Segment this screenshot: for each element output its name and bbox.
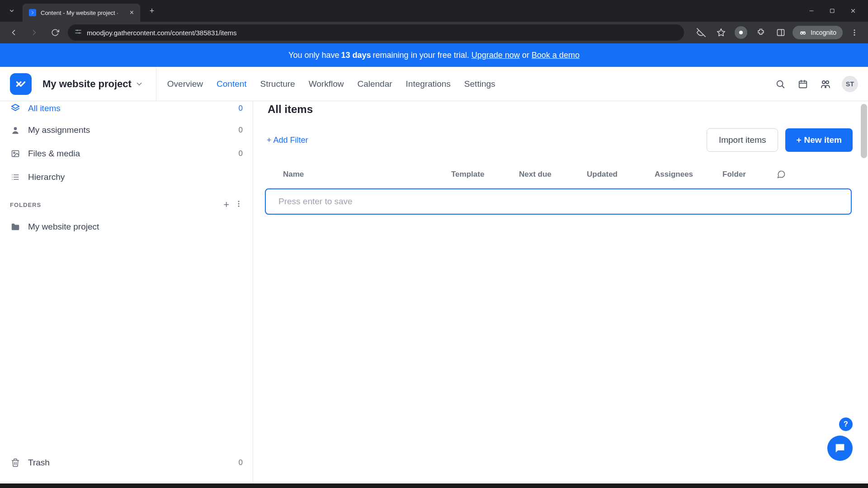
banner-days: 13 days: [341, 51, 371, 60]
os-taskbar: [0, 483, 868, 488]
bookmark-star-icon[interactable]: [713, 24, 729, 41]
add-filter-button[interactable]: + Add Filter: [267, 136, 308, 145]
svg-point-36: [238, 206, 240, 207]
address-bar[interactable]: moodjoy.gathercontent.com/content/385831…: [68, 24, 684, 41]
sidebar-item-files-media[interactable]: Files & media 0: [0, 142, 253, 165]
extensions-icon[interactable]: [753, 24, 769, 41]
svg-point-6: [76, 30, 78, 31]
gathercontent-favicon: [29, 9, 36, 16]
intercom-launcher[interactable]: [827, 436, 853, 461]
project-name: My website project: [42, 78, 132, 90]
tab-calendar[interactable]: Calendar: [357, 79, 392, 89]
new-item-name-input[interactable]: [272, 193, 844, 210]
svg-rect-19: [799, 81, 807, 88]
col-next-due[interactable]: Next due: [519, 170, 587, 181]
people-icon[interactable]: [819, 78, 832, 90]
new-item-button[interactable]: + New item: [785, 128, 853, 152]
project-switcher[interactable]: My website project: [42, 67, 156, 101]
col-assignees[interactable]: Assignees: [655, 170, 722, 181]
folder-icon: [10, 221, 21, 232]
sidebar-folders-header: FOLDERS +: [0, 189, 253, 215]
main-content: All items + Add Filter Import items + Ne…: [253, 101, 868, 488]
image-icon: [10, 148, 21, 159]
folders-more-icon[interactable]: [235, 200, 243, 210]
window-close-icon[interactable]: [843, 4, 863, 18]
new-item-row: [265, 188, 852, 215]
page-title: All items: [264, 101, 853, 123]
browser-toolbar: moodjoy.gathercontent.com/content/385831…: [0, 22, 868, 43]
tab-overview[interactable]: Overview: [167, 79, 203, 89]
app-logo[interactable]: [10, 73, 32, 95]
svg-point-7: [79, 33, 80, 34]
browser-menu-icon[interactable]: [846, 24, 863, 41]
sidebar-item-trash[interactable]: Trash 0: [0, 451, 253, 474]
app-header: My website project Overview Content Stru…: [0, 67, 868, 101]
tab-title: Content - My website project ·: [41, 9, 125, 16]
sidebar-item-label: My website project: [28, 222, 243, 232]
comments-icon[interactable]: [777, 170, 795, 181]
window-maximize-icon[interactable]: [822, 4, 843, 18]
svg-rect-10: [778, 29, 784, 35]
upgrade-now-link[interactable]: Upgrade now: [472, 51, 520, 60]
folders-title: FOLDERS: [10, 202, 223, 208]
user-avatar[interactable]: ST: [842, 76, 858, 92]
svg-marker-8: [717, 29, 725, 36]
svg-point-15: [854, 32, 855, 33]
svg-point-9: [740, 31, 743, 34]
col-folder[interactable]: Folder: [722, 170, 777, 181]
side-panel-icon[interactable]: [773, 24, 789, 41]
col-updated[interactable]: Updated: [587, 170, 655, 181]
incognito-indicator[interactable]: Incognito: [793, 26, 843, 39]
sidebar: All items 0 My assignments 0 Files & med…: [0, 101, 253, 488]
window-minimize-icon[interactable]: [801, 4, 822, 18]
scrollbar[interactable]: [861, 104, 867, 158]
help-widget: ?: [827, 418, 853, 461]
svg-point-13: [803, 32, 806, 34]
svg-point-24: [826, 81, 829, 84]
new-tab-button[interactable]: +: [146, 5, 158, 17]
nav-reload-button[interactable]: [47, 24, 63, 41]
hide-trackers-icon[interactable]: [693, 24, 709, 41]
sidebar-item-all-items[interactable]: All items 0: [0, 101, 253, 118]
add-folder-button[interactable]: +: [223, 199, 229, 211]
help-question-icon[interactable]: ?: [839, 418, 853, 431]
tab-structure[interactable]: Structure: [260, 79, 295, 89]
book-demo-link[interactable]: Book a demo: [532, 51, 580, 60]
person-icon: [10, 125, 21, 136]
content-toolbar: + Add Filter Import items + New item: [264, 123, 853, 162]
col-name[interactable]: Name: [270, 170, 451, 181]
tab-settings[interactable]: Settings: [464, 79, 495, 89]
tab-integrations[interactable]: Integrations: [406, 79, 451, 89]
calendar-icon[interactable]: [797, 78, 809, 90]
import-items-button[interactable]: Import items: [707, 128, 778, 152]
svg-point-23: [822, 81, 825, 84]
tab-content[interactable]: Content: [217, 79, 247, 89]
svg-point-16: [854, 34, 855, 36]
hierarchy-icon: [10, 172, 21, 183]
col-template[interactable]: Template: [451, 170, 519, 181]
sidebar-item-count: 0: [239, 126, 243, 135]
svg-point-25: [14, 127, 17, 130]
search-icon[interactable]: [774, 78, 787, 90]
svg-rect-1: [830, 9, 834, 13]
tabs-dropdown-button[interactable]: [5, 4, 19, 18]
sidebar-item-count: 0: [239, 458, 243, 467]
nav-back-button[interactable]: [5, 24, 22, 41]
sidebar-item-label: All items: [28, 103, 231, 113]
site-settings-icon[interactable]: [74, 28, 82, 38]
browser-tab[interactable]: Content - My website project · ×: [23, 4, 140, 22]
browser-tabstrip: Content - My website project · × +: [0, 0, 868, 22]
plus-icon: +: [796, 135, 801, 145]
sidebar-folder-item[interactable]: My website project: [0, 215, 253, 239]
svg-line-18: [782, 86, 784, 88]
profile-avatar[interactable]: [733, 24, 749, 41]
nav-forward-button[interactable]: [26, 24, 42, 41]
sidebar-item-my-assignments[interactable]: My assignments 0: [0, 118, 253, 142]
sidebar-item-hierarchy[interactable]: Hierarchy: [0, 165, 253, 189]
close-tab-icon[interactable]: ×: [130, 9, 134, 17]
banner-middle: remaining in your free trial.: [373, 51, 469, 60]
trial-banner: You only have 13 days remaining in your …: [0, 43, 868, 67]
sidebar-item-label: Files & media: [28, 149, 231, 159]
svg-point-17: [777, 80, 783, 86]
tab-workflow[interactable]: Workflow: [309, 79, 344, 89]
